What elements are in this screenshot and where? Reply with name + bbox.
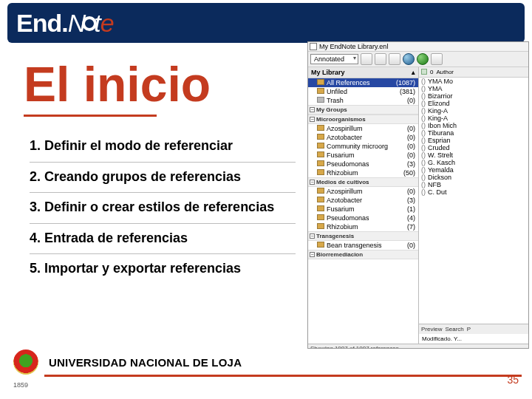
content-list: 1. Definir el modo de referenciar 2. Cre… [30,132,296,284]
group-item[interactable]: Fusarium(0) [308,151,418,160]
unfiled-row[interactable]: Unfiled (381) [308,87,418,96]
group-header[interactable]: −Medios de cultivos [308,177,418,187]
attachment-icon [421,69,427,75]
university-seal [13,349,38,375]
reference-row[interactable]: ()G. Kasch [420,159,527,166]
page-number: 35 [507,374,519,386]
reference-list[interactable]: ()YMA Mo()YMA()Bizarrior()Elizond()King-… [419,78,528,324]
globe-icon[interactable] [403,53,415,65]
group-header[interactable]: −My Groups [308,105,418,115]
endnote-logo: End.Nte [16,9,114,38]
reference-row[interactable]: ()Yemalda [420,166,527,174]
group-item[interactable]: Community microorg(0) [308,142,418,151]
tab-preview[interactable]: Preview [421,326,442,332]
title-underline [24,115,157,117]
all-references-row[interactable]: All References (1087) [308,78,418,87]
group-item[interactable]: Azospirillum(0) [308,187,418,196]
list-item: 4. Entrada de referencias [30,224,296,255]
references-panel: 0 Author ()YMA Mo()YMA()Bizarrior()Elizo… [419,67,528,344]
tab-p[interactable]: P [467,326,471,332]
preview-text: Modificado. Y... [419,334,528,344]
reference-row[interactable]: ()NFB [420,181,527,188]
reference-row[interactable]: ()Esprian [420,137,527,144]
list-item: 5. Importar y exportar referencias [30,254,296,284]
reference-row[interactable]: ()Cruded [420,144,527,151]
toolbar: Annotated [308,52,528,67]
endnote-window: My EndNote Library.enl Annotated My Libr… [307,41,529,349]
footer: UNIVERSIDAD NACIONAL DE LOJA [0,352,532,372]
sync-icon[interactable] [417,53,429,65]
preview-pane: Preview Search P Modificado. Y... [419,324,528,344]
status-bar: Showing 1087 of 1087 references [308,344,528,349]
group-header[interactable]: −Transgenesis [308,231,418,241]
toolbar-button[interactable] [431,53,443,65]
doc-icon [310,43,317,50]
column-header[interactable]: 0 Author [419,67,528,78]
trash-row[interactable]: Trash (0) [308,96,418,105]
slide-title: El inicio [24,56,211,112]
groups-panel: My Library▴ All References (1087) Unfile… [308,67,419,344]
reference-row[interactable]: ()YMA Mo [420,78,527,85]
reference-row[interactable]: ()King-A [420,107,527,115]
group-header[interactable]: −Biorremediacion [308,250,418,259]
tab-search[interactable]: Search [445,326,463,332]
group-item[interactable]: Pseudomonas(4) [308,214,418,222]
window-title: My EndNote Library.enl [319,43,388,50]
panel-header: My Library▴ [308,67,418,78]
reference-row[interactable]: ()Dickson [420,174,527,181]
group-item[interactable]: Pseudomonas(3) [308,160,418,168]
reference-row[interactable]: ()Tiburana [420,129,527,137]
list-item: 3. Definir o crear estilos de referencia… [30,193,296,224]
founding-year: 1859 [13,381,28,389]
reference-row[interactable]: ()C. Dut [420,188,527,196]
footer-rule [44,375,522,377]
folder-icon [317,79,324,85]
group-item[interactable]: Fusarium(1) [308,205,418,214]
group-item[interactable]: Rhizobium(7) [308,222,418,231]
reference-row[interactable]: ()W. Strelt [420,151,527,159]
group-item[interactable]: Azotobacter(3) [308,196,418,205]
toolbar-button[interactable] [361,53,372,65]
toolbar-button[interactable] [389,53,400,65]
style-combo[interactable]: Annotated [310,54,358,64]
group-item[interactable]: Azospirillum(0) [308,124,418,133]
reference-row[interactable]: ()Ibon Mich [420,122,527,129]
top-banner: End.Nte [7,3,525,43]
group-item[interactable]: Bean transgenesis(0) [308,241,418,250]
list-item: 1. Definir el modo de referenciar [30,132,296,163]
sort-icon[interactable]: ▴ [412,69,415,76]
group-header[interactable]: −Microorganismos [308,115,418,124]
trash-icon [317,97,324,103]
list-item: 2. Creando grupos de referencias [30,163,296,194]
university-name: UNIVERSIDAD NACIONAL DE LOJA [49,356,242,369]
reference-row[interactable]: ()YMA [420,85,527,92]
folder-icon [317,88,324,94]
reference-row[interactable]: ()King-A [420,115,527,122]
reference-row[interactable]: ()Elizond [420,100,527,107]
group-item[interactable]: Azotobacter(0) [308,133,418,142]
reference-row[interactable]: ()Bizarrior [420,92,527,100]
window-titlebar: My EndNote Library.enl [308,42,528,52]
toolbar-button[interactable] [375,53,386,65]
group-item[interactable]: Rhizobium(50) [308,168,418,177]
